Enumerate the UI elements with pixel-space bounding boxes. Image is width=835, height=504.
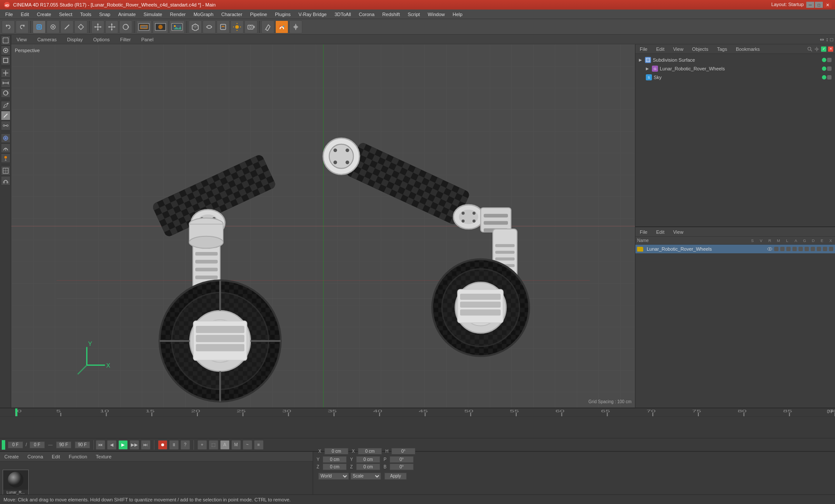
viewport-tab-display[interactable]: Display xyxy=(63,36,86,43)
dot-icon-8[interactable] xyxy=(817,247,821,251)
om-top-tab-tags[interactable]: Tags xyxy=(715,46,730,53)
om-bot-tab-file[interactable]: File xyxy=(637,229,650,235)
select-all-button[interactable] xyxy=(1,36,10,45)
move-left-button[interactable] xyxy=(1,68,10,78)
model-mode-button[interactable] xyxy=(33,20,46,33)
om-top-tab-edit[interactable]: Edit xyxy=(654,46,667,53)
scale-left-button[interactable] xyxy=(1,78,10,88)
render-region-button[interactable] xyxy=(136,20,152,33)
autokey-button[interactable]: A xyxy=(220,440,230,450)
om-bot-tab-view[interactable]: View xyxy=(671,229,686,235)
add-keyframe-button[interactable]: + xyxy=(197,440,207,450)
dot-icon-3[interactable] xyxy=(786,247,791,251)
menu-tools[interactable]: Tools xyxy=(77,10,95,19)
minimize-button[interactable]: ─ xyxy=(806,2,814,8)
render-view-button[interactable] xyxy=(153,20,168,33)
settings-icon[interactable] xyxy=(814,46,819,52)
z-pos-input[interactable] xyxy=(323,464,347,470)
om-top-tab-view[interactable]: View xyxy=(671,46,686,53)
obj-list-item-rover[interactable]: Lunar_Robotic_Rover_Wheels xyxy=(635,245,835,253)
menu-help[interactable]: Help xyxy=(449,10,466,19)
viewport-tab-view[interactable]: View xyxy=(13,36,30,43)
step-back-button[interactable]: ◀ xyxy=(107,440,117,450)
menu-simulate[interactable]: Simulate xyxy=(140,10,166,19)
om-top-tab-objects[interactable]: Objects xyxy=(689,46,711,53)
motion-button[interactable]: M xyxy=(231,440,241,450)
rotate-left-button[interactable] xyxy=(1,88,10,98)
move-tool-button[interactable] xyxy=(91,20,104,33)
subdivide-button[interactable] xyxy=(1,166,10,176)
timeline-track[interactable] xyxy=(0,417,835,438)
dot-icon-5[interactable] xyxy=(798,247,803,251)
end-frame-input[interactable] xyxy=(56,441,71,448)
paint-button[interactable] xyxy=(1,153,10,163)
b-input[interactable] xyxy=(390,464,414,470)
magnet-button[interactable] xyxy=(275,20,288,33)
obj-tree-item-subdivision[interactable]: ▶ Subdivision Surface xyxy=(637,56,833,64)
viewport-detach-icon[interactable]: □ xyxy=(830,36,833,43)
menu-plugins[interactable]: Plugins xyxy=(271,10,294,19)
viewport-tab-cameras[interactable]: Cameras xyxy=(34,36,60,43)
menu-window[interactable]: Window xyxy=(424,10,448,19)
dot-icon-6[interactable] xyxy=(805,247,809,251)
menu-corona[interactable]: Corona xyxy=(355,10,378,19)
eye-icon[interactable] xyxy=(767,247,772,251)
dot-icon-10[interactable] xyxy=(829,247,833,251)
go-start-button[interactable]: ⏮ xyxy=(96,440,105,450)
menu-3dtoall[interactable]: 3DToAll xyxy=(331,10,354,19)
fps-input[interactable] xyxy=(30,441,45,448)
mat-tab-create[interactable]: Create xyxy=(2,453,21,460)
poly-mode-button[interactable] xyxy=(74,20,87,33)
dot-icon-2[interactable] xyxy=(780,247,785,251)
z-rot-input[interactable] xyxy=(356,464,380,470)
menu-mograph[interactable]: MoGraph xyxy=(190,10,217,19)
om-top-tab-file[interactable]: File xyxy=(637,46,650,53)
sculpt-brush-button[interactable] xyxy=(1,143,10,153)
nurbs-button[interactable] xyxy=(203,20,216,33)
question-button[interactable]: ? xyxy=(180,440,190,450)
menu-pipeline[interactable]: Pipeline xyxy=(247,10,271,19)
light-button[interactable] xyxy=(230,20,244,33)
menu-animate[interactable]: Animate xyxy=(115,10,139,19)
coord-world-select[interactable]: World xyxy=(318,473,349,480)
y-rot-input[interactable] xyxy=(356,456,380,463)
keyframe-options-button[interactable]: ⬚ xyxy=(209,440,218,450)
maximize-button[interactable]: □ xyxy=(815,2,823,8)
dot-icon-7[interactable] xyxy=(811,247,815,251)
viewport-expand-icon[interactable]: ⇔ xyxy=(820,36,824,43)
viewport-tab-panel[interactable]: Panel xyxy=(138,36,157,43)
curve-button[interactable]: ~ xyxy=(243,440,252,450)
render-picture-viewer-button[interactable] xyxy=(169,20,185,33)
viewport[interactable]: Perspective Grid Spacing : 100 cm xyxy=(11,44,635,408)
material-thumbnail[interactable]: Lunar_R... xyxy=(3,470,29,496)
menu-character[interactable]: Character xyxy=(218,10,246,19)
rotate-tool-button[interactable] xyxy=(119,20,132,33)
menu-snap[interactable]: Snap xyxy=(96,10,114,19)
deform-button[interactable] xyxy=(1,176,10,186)
bridge-button[interactable] xyxy=(1,121,10,130)
menu-vray-bridge[interactable]: V-Ray Bridge xyxy=(295,10,330,19)
obj-tree-item-rover[interactable]: ▶ G Lunar_Robotic_Rover_Wheels xyxy=(637,64,833,73)
edge-mode-button[interactable] xyxy=(60,20,73,33)
menu-edit[interactable]: Edit xyxy=(17,10,33,19)
mat-tab-function[interactable]: Function xyxy=(66,453,90,460)
mat-tab-texture[interactable]: Texture xyxy=(93,453,114,460)
menu-file[interactable]: File xyxy=(2,10,17,19)
viewport-maximize-icon[interactable]: ↕ xyxy=(826,36,828,43)
step-fwd-button[interactable]: ▶▶ xyxy=(130,440,139,450)
pause-button[interactable]: ⏸ xyxy=(169,440,179,450)
camera-button[interactable] xyxy=(244,20,257,33)
record-button[interactable]: ⏺ xyxy=(158,440,167,450)
om-bot-tab-edit[interactable]: Edit xyxy=(654,229,667,235)
current-frame-input[interactable] xyxy=(8,441,23,448)
undo-button[interactable] xyxy=(2,20,15,33)
dot-icon-1[interactable] xyxy=(774,247,778,251)
scale-tool-button[interactable] xyxy=(105,20,118,33)
deformer-button[interactable] xyxy=(217,20,230,33)
mat-tab-edit[interactable]: Edit xyxy=(49,453,63,460)
menu-script[interactable]: Script xyxy=(404,10,423,19)
polygon-pen-button[interactable] xyxy=(1,101,10,110)
x-rot-input[interactable] xyxy=(358,448,382,454)
coord-scale-select[interactable]: Scale xyxy=(351,473,381,480)
close-button[interactable]: ✕ xyxy=(824,2,832,8)
